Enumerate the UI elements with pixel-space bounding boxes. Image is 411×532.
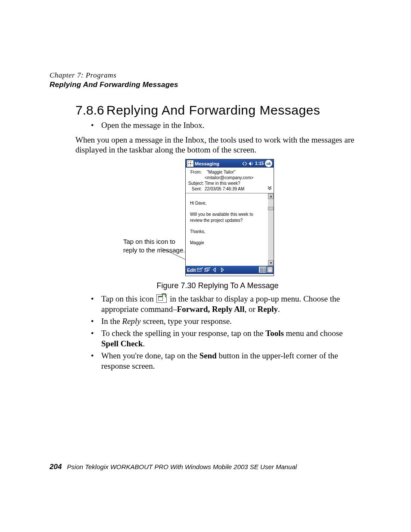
reply-icon[interactable]	[197, 267, 203, 273]
scroll-thumb[interactable]	[268, 207, 274, 210]
intro-paragraph: When you open a message in the Inbox, th…	[75, 135, 360, 155]
reply-all-icon[interactable]	[204, 267, 211, 273]
collapse-chevron-icon[interactable]	[268, 186, 272, 192]
app-title: Messaging	[195, 161, 219, 166]
bullet-type-response: In the Reply screen, type your response.	[88, 316, 360, 327]
section-heading: 7.8.6 Replying And Forwarding Messages	[75, 103, 360, 118]
svg-rect-3	[206, 268, 209, 271]
ok-button[interactable]: ok	[265, 160, 272, 167]
bottom-taskbar: Edit ▴	[186, 266, 274, 274]
page-footer: 204 Psion Teklogix WORKABOUT PRO With Wi…	[50, 463, 360, 471]
system-tray: 1:15 ok	[242, 160, 272, 167]
titlebar: Messaging 1:15 ok	[186, 159, 274, 168]
scroll-down-button[interactable]: ▾	[268, 260, 274, 266]
figure-caption: Figure 7.30 Replying To A Message	[75, 281, 360, 290]
from-label: From:	[188, 169, 207, 175]
subject-label: Subject:	[188, 180, 204, 186]
svg-rect-2	[204, 269, 208, 271]
figure-container: Tap on this icon to reply to the message…	[75, 159, 317, 280]
intro-bullets: Open the message in the Inbox.	[88, 120, 360, 131]
prev-arrow-icon[interactable]	[212, 267, 218, 273]
body-signoff: Thanks,	[190, 229, 265, 235]
keyboard-icon[interactable]	[259, 267, 266, 273]
body-line1: Will you be available this week to revie…	[190, 212, 265, 224]
edit-menu[interactable]: Edit	[187, 268, 196, 273]
body-name: Maggie	[190, 240, 265, 246]
sip-up-button[interactable]: ▴	[267, 267, 273, 273]
page-content: Chapter 7: Programs Replying And Forward…	[50, 71, 360, 373]
windows-flag-icon	[188, 161, 193, 166]
scroll-track[interactable]	[268, 199, 274, 260]
bullet-send: When you're done, tap on the Send button…	[88, 351, 360, 371]
start-button[interactable]	[187, 160, 193, 167]
page-number: 204	[50, 463, 62, 471]
message-body-text: Hi Dave, Will you be available this week…	[186, 193, 268, 266]
from-value: "Maggie Tailor"	[207, 169, 235, 175]
next-arrow-icon[interactable]	[219, 267, 225, 273]
sent-label: Sent:	[188, 186, 205, 192]
bullet-spell-check: To check the spelling in your response, …	[88, 328, 360, 349]
subject-value: Time in this week?	[205, 180, 240, 186]
bullet-open-inbox: Open the message in the Inbox.	[88, 120, 360, 131]
clock-time[interactable]: 1:15	[255, 161, 264, 166]
footer-text: Psion Teklogix WORKABOUT PRO With Window…	[67, 463, 297, 470]
bullet-tap-icon: Tap on this icon in the taskbar to displ…	[88, 294, 360, 314]
heading-title: Replying And Forwarding Messages	[106, 103, 320, 117]
scroll-up-button[interactable]: ▴	[268, 193, 274, 199]
body-greeting: Hi Dave,	[190, 200, 265, 206]
message-header: From: "Maggie Tailor" <mtailor@company.c…	[186, 168, 274, 193]
reply-inline-icon	[156, 294, 167, 303]
sent-value: 22/03/05 7:46:39 AM	[205, 186, 244, 192]
connectivity-icon[interactable]	[242, 161, 247, 166]
from-email: <mtailor@company.com>	[205, 175, 253, 180]
volume-icon[interactable]	[249, 161, 254, 166]
instruction-bullets: Tap on this icon in the taskbar to displ…	[88, 294, 360, 371]
heading-number: 7.8.6	[75, 103, 104, 118]
running-section-title: Replying And Forwarding Messages	[50, 81, 360, 89]
chapter-label: Chapter 7: Programs	[50, 71, 360, 80]
device-screenshot: Messaging 1:15 ok From: "Maggie Tailor"	[185, 159, 274, 276]
scrollbar[interactable]: ▴ ▾	[268, 193, 274, 266]
message-body-area: Hi Dave, Will you be available this week…	[186, 193, 274, 266]
